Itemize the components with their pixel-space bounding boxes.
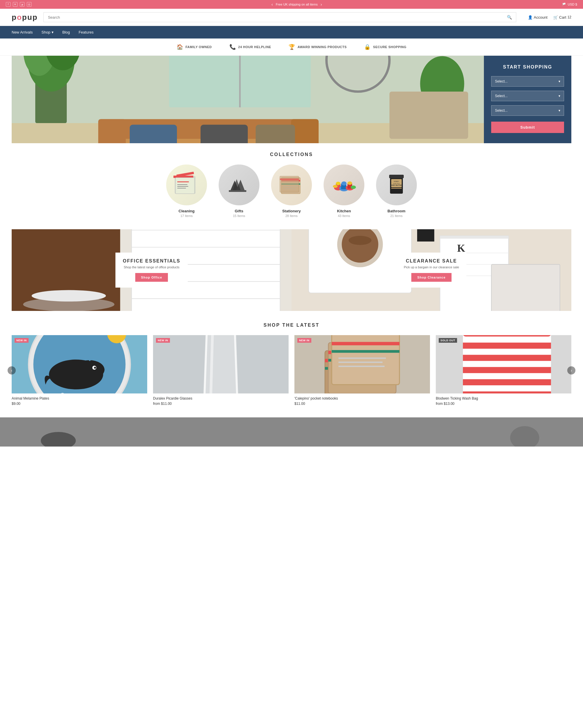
collection-image-cleaning	[166, 164, 207, 205]
search-input[interactable]	[48, 15, 507, 20]
svg-rect-124	[463, 379, 551, 385]
promo-next-button[interactable]: ›	[321, 2, 322, 7]
nav-label: New Arrivals	[12, 30, 33, 34]
shop-latest-section: SHOP THE LATEST ‹ NEW IN	[0, 322, 583, 417]
price-prefix: from	[436, 401, 444, 406]
svg-rect-113	[332, 342, 400, 345]
shop-office-button[interactable]: Shop Office	[135, 273, 168, 282]
collection-image-stationery	[271, 164, 312, 205]
select-placeholder: Select...	[495, 79, 507, 83]
select-placeholder: Select...	[495, 108, 507, 112]
hero-select-3[interactable]: Select... ▾	[491, 105, 564, 116]
promo-text: Free UK shipping on all items	[276, 3, 318, 6]
svg-rect-62	[391, 188, 402, 189]
currency-label: USD $	[568, 3, 577, 6]
office-promo-banner: OFFICE ESSENTIALS Shop the latest range …	[12, 229, 292, 311]
collection-item-stationery[interactable]: Stationery 28 Items	[268, 164, 315, 217]
svg-rect-11	[130, 125, 177, 143]
product-image-2: NEW IN	[295, 335, 430, 393]
trust-bar: 🏠 FAMILY OWNED 📞 24 HOUR HELPLINE 🏆 AWAR…	[0, 38, 583, 56]
carousel-next-button[interactable]: ›	[567, 366, 576, 374]
collection-count: 21 Items	[390, 214, 402, 217]
product-card-3[interactable]: SOLD OUT	[436, 335, 571, 406]
facebook-icon[interactable]: f	[6, 2, 10, 7]
hero-panel: START SHOPPING Select... ▾ Select... ▾ S…	[484, 56, 571, 143]
logo[interactable]: popup	[12, 13, 37, 22]
product-card-2[interactable]: NEW IN 'Calepin	[295, 335, 430, 406]
carousel-prev-button[interactable]: ‹	[7, 366, 16, 374]
promo-bar: ‹ Free UK shipping on all items ›	[271, 2, 322, 7]
nav-item-new-arrivals[interactable]: New Arrivals	[12, 26, 33, 38]
twitter-icon[interactable]: ✕	[13, 2, 18, 7]
office-promo-content: OFFICE ESSENTIALS Shop the latest range …	[115, 253, 188, 288]
collection-item-bathroom[interactable]: HONEY & NUT OILS BODY BUTTER Bathroom 21…	[373, 164, 420, 217]
svg-rect-33	[177, 188, 186, 188]
collection-name: Cleaning	[179, 209, 195, 213]
product-card-0[interactable]: NEW IN	[12, 335, 147, 406]
trust-item-secure: 🔒 SECURE SHOPPING	[364, 44, 406, 50]
cart-count: 12	[567, 15, 571, 19]
svg-point-50	[341, 181, 346, 185]
account-label: Account	[534, 15, 548, 20]
nav-item-shop[interactable]: Shop ▾	[41, 26, 53, 38]
collection-item-cleaning[interactable]: Cleaning 17 Items	[163, 164, 210, 217]
hero-title: START SHOPPING	[491, 64, 564, 70]
nav-item-features[interactable]: Features	[79, 26, 93, 38]
office-promo-label: OFFICE ESSENTIALS	[123, 258, 181, 264]
cart-icon: 🛒	[553, 15, 558, 20]
svg-rect-84	[440, 236, 508, 239]
svg-rect-121	[463, 343, 551, 349]
svg-rect-29	[175, 178, 194, 194]
cart-link[interactable]: 🛒 Cart 12	[553, 15, 571, 20]
account-link[interactable]: 👤 Account	[528, 15, 548, 20]
svg-rect-37	[229, 190, 246, 192]
svg-text:HONEY: HONEY	[394, 181, 399, 182]
product-name-0: Animal Melamine Plates	[12, 396, 147, 400]
clearance-promo-content: CLEARANCE SALE Pick up a bargain in our …	[396, 253, 466, 288]
search-bar[interactable]: 🔍	[44, 12, 516, 22]
nav-item-blog[interactable]: Blog	[62, 26, 70, 38]
collections-section: COLLECTIONS Cleaning 17 Items	[0, 152, 583, 229]
nav-label: Shop	[41, 30, 50, 34]
product-name-1: Duralex Picardie Glasses	[153, 396, 288, 400]
svg-point-53	[348, 181, 352, 185]
clearance-promo-banner: K CLEARANCE SALE Pick up a bargain in ou…	[292, 229, 571, 311]
search-icon[interactable]: 🔍	[507, 15, 512, 20]
pinterest-icon[interactable]: 𝐩	[20, 2, 25, 7]
instagram-icon[interactable]: ◎	[27, 2, 31, 7]
product-image-3: SOLD OUT	[436, 335, 571, 393]
svg-rect-114	[332, 350, 400, 353]
hero-select-2[interactable]: Select... ▾	[491, 91, 564, 101]
hero-submit-button[interactable]: Submit	[491, 122, 564, 133]
svg-point-97	[94, 367, 96, 369]
product-card-1[interactable]: NEW IN Duralex Picardie Glasses from $11…	[153, 335, 288, 406]
trust-item-helpline: 📞 24 HOUR HELPLINE	[229, 44, 271, 50]
promo-prev-button[interactable]: ‹	[271, 2, 273, 7]
nav-label: Features	[79, 30, 93, 34]
svg-rect-31	[177, 184, 188, 185]
hero-section: START SHOPPING Select... ▾ Select... ▾ S…	[12, 56, 571, 143]
shop-clearance-button[interactable]: Shop Clearance	[411, 273, 451, 282]
header-actions: 👤 Account 🛒 Cart 12	[528, 15, 571, 20]
price-value: $11.00	[161, 401, 172, 406]
svg-rect-81	[417, 229, 434, 241]
award-icon: 🏆	[288, 44, 295, 50]
collection-item-gifts[interactable]: Gifts 15 Items	[216, 164, 262, 217]
svg-rect-30	[177, 181, 189, 182]
header: popup 🔍 👤 Account 🛒 Cart 12	[0, 9, 583, 26]
svg-rect-57	[389, 175, 404, 178]
collection-name: Gifts	[235, 209, 243, 213]
social-links: f ✕ 𝐩 ◎	[6, 2, 31, 7]
currency-selector[interactable]: 🏳️ USD $	[562, 3, 577, 6]
collection-item-kitchen[interactable]: Kitchen 43 Items	[321, 164, 367, 217]
collection-image-bathroom: HONEY & NUT OILS BODY BUTTER	[376, 164, 417, 205]
collection-name: Kitchen	[337, 209, 351, 213]
hero-select-1[interactable]: Select... ▾	[491, 76, 564, 87]
navigation: New Arrivals Shop ▾ Blog Features	[0, 26, 583, 38]
svg-rect-115	[338, 358, 386, 359]
phone-icon: 📞	[229, 44, 236, 50]
svg-rect-117	[338, 366, 385, 367]
svg-rect-130	[0, 417, 583, 446]
flag-icon: 🏳️	[562, 3, 566, 6]
product-badge-2: NEW IN	[297, 338, 311, 343]
